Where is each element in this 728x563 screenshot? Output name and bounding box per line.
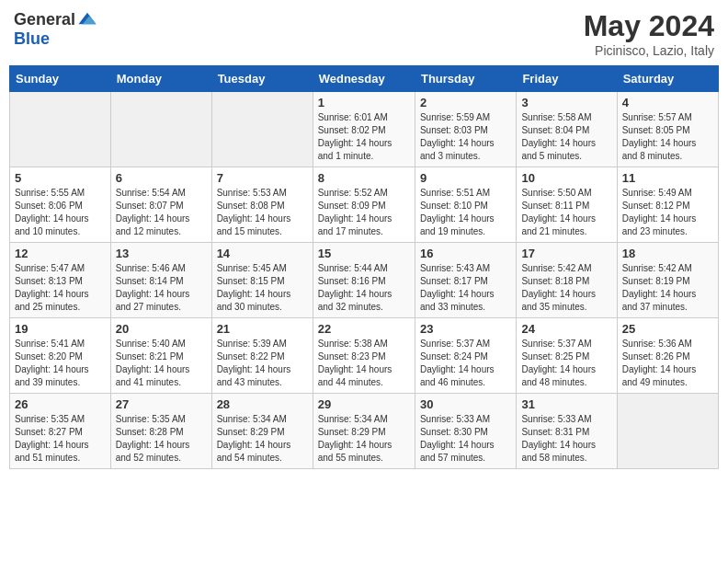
day-info: Sunrise: 5:58 AM Sunset: 8:04 PM Dayligh…: [521, 111, 611, 163]
day-number: 24: [521, 322, 611, 336]
day-info: Sunrise: 5:35 AM Sunset: 8:28 PM Dayligh…: [116, 413, 207, 465]
calendar-cell: 12Sunrise: 5:47 AM Sunset: 8:13 PM Dayli…: [10, 243, 111, 318]
calendar-cell: 1Sunrise: 6:01 AM Sunset: 8:02 PM Daylig…: [313, 92, 415, 167]
day-info: Sunrise: 5:33 AM Sunset: 8:31 PM Dayligh…: [521, 413, 611, 465]
calendar-cell: 8Sunrise: 5:52 AM Sunset: 8:09 PM Daylig…: [313, 167, 415, 243]
day-info: Sunrise: 5:40 AM Sunset: 8:21 PM Dayligh…: [116, 338, 207, 389]
day-number: 23: [420, 322, 511, 336]
day-number: 22: [318, 322, 410, 336]
calendar-cell: 26Sunrise: 5:35 AM Sunset: 8:27 PM Dayli…: [10, 394, 111, 469]
day-number: 25: [622, 322, 713, 336]
day-number: 2: [420, 96, 511, 109]
day-info: Sunrise: 5:42 AM Sunset: 8:19 PM Dayligh…: [622, 262, 713, 314]
day-info: Sunrise: 5:34 AM Sunset: 8:29 PM Dayligh…: [217, 413, 308, 465]
calendar-cell: 17Sunrise: 5:42 AM Sunset: 8:18 PM Dayli…: [517, 243, 617, 318]
day-number: 8: [318, 171, 410, 185]
calendar-week-row: 5Sunrise: 5:55 AM Sunset: 8:06 PM Daylig…: [10, 167, 719, 243]
day-number: 16: [420, 247, 511, 260]
page-header: General Blue May 2024 Picinisco, Lazio, …: [9, 9, 719, 58]
day-info: Sunrise: 5:53 AM Sunset: 8:08 PM Dayligh…: [217, 187, 308, 238]
day-info: Sunrise: 5:41 AM Sunset: 8:20 PM Dayligh…: [15, 338, 106, 389]
day-number: 19: [15, 322, 106, 336]
calendar-week-row: 12Sunrise: 5:47 AM Sunset: 8:13 PM Dayli…: [10, 243, 719, 318]
calendar-cell: 6Sunrise: 5:54 AM Sunset: 8:07 PM Daylig…: [110, 167, 211, 243]
day-number: 26: [15, 397, 106, 411]
day-number: 1: [318, 96, 410, 109]
calendar-dow-saturday: Saturday: [617, 66, 718, 92]
calendar-cell: 2Sunrise: 5:59 AM Sunset: 8:03 PM Daylig…: [415, 92, 516, 167]
calendar-cell: 10Sunrise: 5:50 AM Sunset: 8:11 PM Dayli…: [517, 167, 617, 243]
day-number: 29: [318, 397, 410, 411]
calendar-dow-monday: Monday: [110, 66, 211, 92]
day-info: Sunrise: 5:54 AM Sunset: 8:07 PM Dayligh…: [116, 187, 207, 238]
day-info: Sunrise: 5:45 AM Sunset: 8:15 PM Dayligh…: [217, 262, 308, 314]
calendar-cell: 13Sunrise: 5:46 AM Sunset: 8:14 PM Dayli…: [110, 243, 211, 318]
day-info: Sunrise: 5:49 AM Sunset: 8:12 PM Dayligh…: [622, 187, 713, 238]
day-info: Sunrise: 5:43 AM Sunset: 8:17 PM Dayligh…: [420, 262, 511, 314]
calendar-dow-friday: Friday: [517, 66, 617, 92]
calendar-cell: 11Sunrise: 5:49 AM Sunset: 8:12 PM Dayli…: [617, 167, 718, 243]
day-number: 31: [521, 397, 611, 411]
calendar-cell: 15Sunrise: 5:44 AM Sunset: 8:16 PM Dayli…: [313, 243, 415, 318]
calendar-cell: [617, 394, 718, 469]
day-number: 7: [217, 171, 308, 185]
calendar-dow-thursday: Thursday: [415, 66, 516, 92]
day-number: 30: [420, 397, 511, 411]
calendar-cell: 31Sunrise: 5:33 AM Sunset: 8:31 PM Dayli…: [517, 394, 617, 469]
day-info: Sunrise: 5:57 AM Sunset: 8:05 PM Dayligh…: [622, 111, 713, 163]
day-info: Sunrise: 5:59 AM Sunset: 8:03 PM Dayligh…: [420, 111, 511, 163]
calendar-cell: 7Sunrise: 5:53 AM Sunset: 8:08 PM Daylig…: [211, 167, 313, 243]
logo-blue: Blue: [14, 29, 50, 49]
calendar-cell: 30Sunrise: 5:33 AM Sunset: 8:30 PM Dayli…: [415, 394, 516, 469]
calendar-cell: [110, 92, 211, 167]
day-info: Sunrise: 5:34 AM Sunset: 8:29 PM Dayligh…: [318, 413, 410, 465]
day-info: Sunrise: 5:46 AM Sunset: 8:14 PM Dayligh…: [116, 262, 207, 314]
logo-general: General: [14, 10, 75, 29]
logo-icon: [77, 9, 97, 29]
location: Picinisco, Lazio, Italy: [584, 43, 714, 58]
calendar-cell: 20Sunrise: 5:40 AM Sunset: 8:21 PM Dayli…: [110, 318, 211, 394]
day-number: 9: [420, 171, 511, 185]
day-info: Sunrise: 6:01 AM Sunset: 8:02 PM Dayligh…: [318, 111, 410, 163]
day-number: 5: [15, 171, 106, 185]
calendar-cell: 14Sunrise: 5:45 AM Sunset: 8:15 PM Dayli…: [211, 243, 313, 318]
calendar-dow-sunday: Sunday: [10, 66, 111, 92]
day-info: Sunrise: 5:35 AM Sunset: 8:27 PM Dayligh…: [15, 413, 106, 465]
calendar-cell: 3Sunrise: 5:58 AM Sunset: 8:04 PM Daylig…: [517, 92, 617, 167]
calendar-cell: 21Sunrise: 5:39 AM Sunset: 8:22 PM Dayli…: [211, 318, 313, 394]
calendar-cell: [211, 92, 313, 167]
day-info: Sunrise: 5:52 AM Sunset: 8:09 PM Dayligh…: [318, 187, 410, 238]
day-info: Sunrise: 5:38 AM Sunset: 8:23 PM Dayligh…: [318, 338, 410, 389]
calendar-cell: 19Sunrise: 5:41 AM Sunset: 8:20 PM Dayli…: [10, 318, 111, 394]
day-number: 15: [318, 247, 410, 260]
day-number: 4: [622, 96, 713, 109]
calendar-cell: 27Sunrise: 5:35 AM Sunset: 8:28 PM Dayli…: [110, 394, 211, 469]
calendar-dow-tuesday: Tuesday: [211, 66, 313, 92]
day-info: Sunrise: 5:42 AM Sunset: 8:18 PM Dayligh…: [521, 262, 611, 314]
calendar-cell: 25Sunrise: 5:36 AM Sunset: 8:26 PM Dayli…: [617, 318, 718, 394]
day-info: Sunrise: 5:39 AM Sunset: 8:22 PM Dayligh…: [217, 338, 308, 389]
day-info: Sunrise: 5:37 AM Sunset: 8:25 PM Dayligh…: [521, 338, 611, 389]
calendar-cell: 4Sunrise: 5:57 AM Sunset: 8:05 PM Daylig…: [617, 92, 718, 167]
day-number: 28: [217, 397, 308, 411]
calendar-week-row: 1Sunrise: 6:01 AM Sunset: 8:02 PM Daylig…: [10, 92, 719, 167]
day-number: 18: [622, 247, 713, 260]
calendar-cell: 23Sunrise: 5:37 AM Sunset: 8:24 PM Dayli…: [415, 318, 516, 394]
calendar-cell: 24Sunrise: 5:37 AM Sunset: 8:25 PM Dayli…: [517, 318, 617, 394]
day-info: Sunrise: 5:33 AM Sunset: 8:30 PM Dayligh…: [420, 413, 511, 465]
logo: General Blue: [14, 9, 97, 49]
day-number: 11: [622, 171, 713, 185]
day-info: Sunrise: 5:51 AM Sunset: 8:10 PM Dayligh…: [420, 187, 511, 238]
calendar-cell: 16Sunrise: 5:43 AM Sunset: 8:17 PM Dayli…: [415, 243, 516, 318]
calendar-cell: [10, 92, 111, 167]
calendar-cell: 22Sunrise: 5:38 AM Sunset: 8:23 PM Dayli…: [313, 318, 415, 394]
day-number: 20: [116, 322, 207, 336]
day-number: 10: [521, 171, 611, 185]
day-number: 6: [116, 171, 207, 185]
day-info: Sunrise: 5:37 AM Sunset: 8:24 PM Dayligh…: [420, 338, 511, 389]
day-number: 27: [116, 397, 207, 411]
title-block: May 2024 Picinisco, Lazio, Italy: [584, 9, 714, 58]
calendar-cell: 29Sunrise: 5:34 AM Sunset: 8:29 PM Dayli…: [313, 394, 415, 469]
day-number: 13: [116, 247, 207, 260]
calendar-cell: 18Sunrise: 5:42 AM Sunset: 8:19 PM Dayli…: [617, 243, 718, 318]
